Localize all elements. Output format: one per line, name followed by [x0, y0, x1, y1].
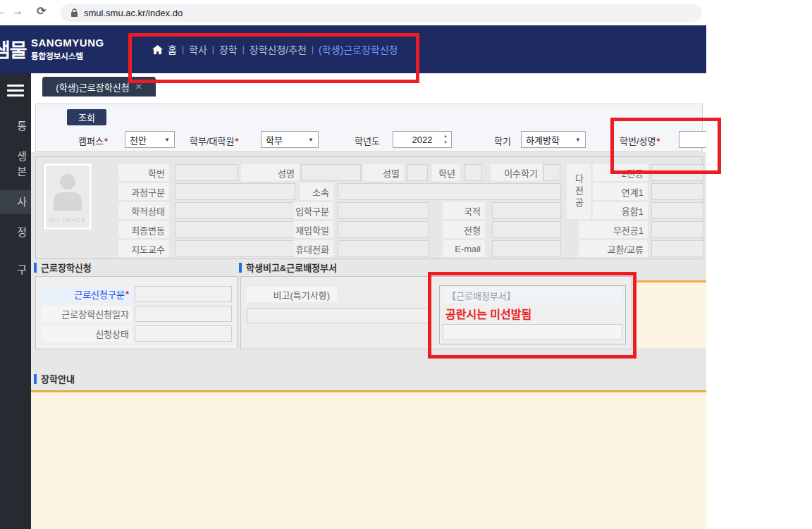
field-admission[interactable] [338, 202, 429, 219]
forward-icon[interactable]: → [11, 4, 23, 18]
division-select[interactable]: 학부 ▼ [261, 131, 319, 148]
nav-separator: | [242, 44, 245, 54]
label-fusion1: 융합1 [593, 202, 648, 219]
field-course[interactable] [175, 183, 295, 200]
url-text: smul.smu.ac.kr/index.do [84, 8, 183, 18]
field-nationality[interactable] [492, 202, 561, 219]
field-fusion1[interactable] [651, 202, 703, 219]
label-change: 최종변동 [118, 221, 169, 238]
term-label: 학기 [494, 134, 511, 147]
campus-select[interactable]: 천안 ▼ [125, 131, 175, 148]
year-label: 학년도 [355, 134, 380, 147]
assignment-dept-panel: 【근로배정부서】 공란시는 미선발됨 [439, 285, 626, 344]
brand-name: SANGMYUNG [31, 37, 104, 49]
brand-subtitle: 통합정보시스템 [31, 50, 104, 61]
student-photo: NO IMAGE [43, 163, 92, 230]
work-date-input[interactable] [135, 306, 232, 322]
field-year[interactable] [465, 164, 482, 181]
label-linked1: 연계1 [593, 183, 648, 200]
section-marker [34, 374, 37, 384]
term-select[interactable]: 하계방학 ▼ [521, 131, 586, 148]
note-label: 비고(특기사항) [247, 287, 337, 302]
field-semesters[interactable] [543, 164, 560, 181]
tab-work-scholarship[interactable]: (학생)근로장학신청 ✕ [42, 77, 156, 97]
label-major2: 2전공 [593, 164, 648, 181]
app-header: 샘물 SANGMYUNG 통합정보시스템 홈 | 학사 | 장학 | 장학신청/… [0, 25, 706, 73]
nav-active-work-scholarship[interactable]: (학생)근로장학신청 [319, 42, 398, 56]
field-track[interactable] [492, 221, 561, 238]
campus-label: 캠퍼스* [78, 134, 108, 147]
label-semesters: 이수학기 [491, 164, 542, 181]
label-minor1: 부전공1 [579, 221, 648, 238]
student-id-input[interactable] [679, 131, 706, 148]
refresh-icon[interactable]: ⟳ [37, 4, 46, 18]
label-phone: 휴대전화 [294, 240, 333, 257]
term-value: 하계방학 [526, 133, 560, 147]
field-id[interactable] [175, 164, 238, 181]
sidebar-item-bon[interactable]: 본 [0, 164, 27, 180]
year-input[interactable]: 2022 ▲▼ [393, 131, 452, 148]
field-readmit[interactable] [338, 221, 429, 238]
division-label: 학부/대학원* [190, 134, 238, 147]
work-status-input[interactable] [135, 325, 232, 342]
main-content: (학생)근로장학신청 ✕ 조회 캠퍼스* 천안 ▼ 학부/대학원* 학부 ▼ 학… [31, 73, 706, 529]
field-minor1[interactable] [651, 221, 703, 238]
logo: 샘물 [0, 35, 27, 63]
nav-home[interactable]: 홈 [168, 42, 177, 56]
field-email[interactable] [492, 240, 561, 257]
label-nationality: 국적 [443, 202, 485, 219]
nav-separator: | [212, 44, 214, 54]
note-input[interactable] [247, 308, 430, 323]
label-readmit: 재입학일 [294, 221, 333, 238]
home-icon [152, 45, 163, 54]
query-button[interactable]: 조회 [67, 109, 106, 125]
address-bar[interactable]: smul.smu.ac.kr/index.do [61, 4, 702, 22]
nav-janghak[interactable]: 장학 [219, 42, 238, 56]
sidebar-item-saeng[interactable]: 생 [0, 149, 27, 164]
label-name: 성명 [241, 164, 299, 181]
assignment-dept-input[interactable] [443, 324, 622, 340]
back-icon[interactable]: ← [0, 4, 6, 18]
menu-icon[interactable] [7, 85, 24, 97]
search-panel: 조회 캠퍼스* 천안 ▼ 학부/대학원* 학부 ▼ 학년도 2022 ▲▼ 학기… [35, 104, 703, 152]
work-section-header: 근로장학신청 [34, 261, 92, 274]
tab-label: (학생)근로장학신청 [56, 80, 129, 94]
nav-janghak-apply[interactable]: 장학신청/추천 [250, 42, 307, 56]
guide-section-header: 장학안내 [34, 372, 75, 385]
field-major2[interactable] [651, 164, 703, 181]
spinner-icon[interactable]: ▲▼ [443, 133, 448, 146]
sidebar-item-sa[interactable]: 사 [0, 194, 27, 210]
chevron-down-icon: ▼ [308, 137, 314, 143]
work-type-input[interactable] [135, 286, 232, 302]
tab-close-icon[interactable]: ✕ [135, 82, 142, 92]
field-dept[interactable] [338, 183, 561, 200]
assignment-warning-text: 공란시는 미선발됨 [445, 305, 531, 322]
work-type-label: 근로신청구분* [42, 286, 132, 302]
division-value: 학부 [266, 133, 283, 147]
sidebar-item-gu[interactable]: 구 [0, 262, 27, 278]
field-gender[interactable] [407, 164, 428, 181]
label-dept: 소속 [300, 183, 333, 200]
work-apply-panel: 근로신청구분* 근로장학신청일자 신청상태 [35, 276, 238, 349]
sidebar-item-tong[interactable]: 통 [0, 118, 27, 134]
no-image-text: NO IMAGE [46, 216, 90, 223]
field-phone[interactable] [338, 240, 429, 257]
lock-icon [70, 8, 78, 18]
person-silhouette-icon [60, 174, 75, 189]
field-exchange[interactable] [651, 240, 703, 257]
browser-toolbar: ← → ⟳ smul.smu.ac.kr/index.do [0, 0, 706, 26]
field-status[interactable] [175, 202, 295, 219]
field-advisor[interactable] [175, 240, 295, 257]
field-change[interactable] [175, 221, 295, 238]
label-track: 전형 [443, 221, 485, 238]
nav-haksa[interactable]: 학사 [189, 42, 207, 56]
work-status-label: 신청상태 [42, 325, 132, 342]
chevron-down-icon: ▼ [575, 137, 581, 143]
nav-separator: | [312, 44, 314, 54]
label-exchange: 교환/교류 [579, 240, 648, 257]
field-linked1[interactable] [651, 183, 703, 200]
nav-separator: | [182, 44, 184, 54]
field-name[interactable] [301, 164, 361, 181]
remark-panel: 비고(특기사항) 【근로배정부서】 공란시는 미선발됨 [240, 276, 632, 349]
sidebar-item-jeong[interactable]: 정 [0, 225, 27, 240]
